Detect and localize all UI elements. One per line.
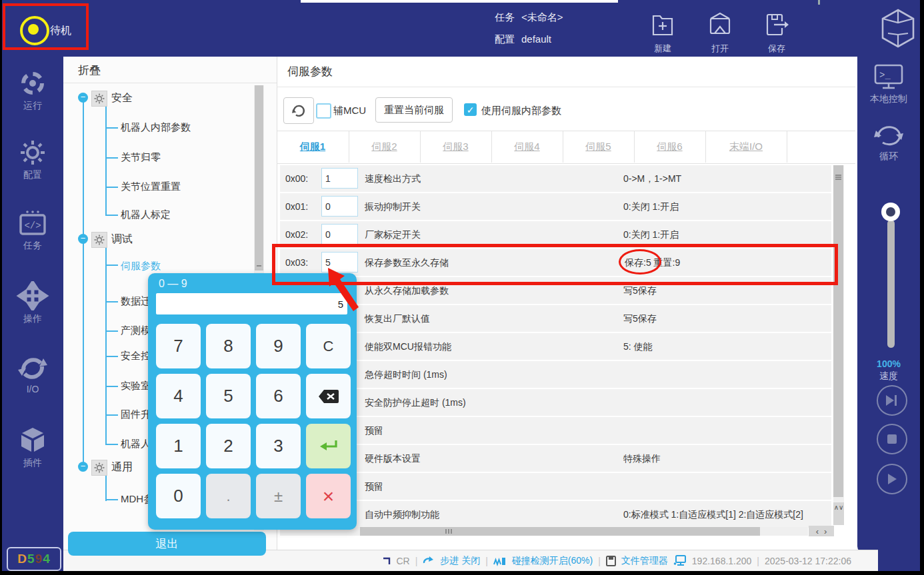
play-button[interactable] <box>877 464 907 494</box>
new-task-button[interactable]: 新建 <box>645 11 680 55</box>
table-row[interactable] <box>280 445 831 472</box>
param-input-0x00[interactable] <box>321 168 358 189</box>
tree-collapse-toggle[interactable]: − <box>78 234 88 244</box>
local-control-button[interactable]: >_ 本地控制 <box>857 64 920 105</box>
table-row[interactable] <box>280 193 831 220</box>
key-0[interactable]: 0 <box>156 474 201 518</box>
table-row[interactable] <box>280 473 831 500</box>
table-row[interactable] <box>280 221 831 248</box>
tree-collapse-toggle[interactable]: − <box>78 93 88 103</box>
loop-mode-button[interactable]: 循环 <box>857 121 920 163</box>
scroll-right-icon[interactable]: › <box>824 526 827 536</box>
key-plus-minus[interactable]: ± <box>256 474 301 518</box>
key-clear[interactable]: C <box>306 324 351 368</box>
h-scroll-arrows[interactable]: ‹› <box>809 526 834 536</box>
loop-icon <box>857 121 920 148</box>
code-window-icon: </> <box>2 209 63 237</box>
sidebar-item-io[interactable]: I/O <box>2 353 63 394</box>
table-row[interactable] <box>280 305 831 332</box>
skip-icon <box>885 394 899 407</box>
table-row[interactable] <box>280 333 831 360</box>
sidebar-item-operate[interactable]: 操作 <box>2 281 63 325</box>
key-9[interactable]: 9 <box>256 324 301 368</box>
v-scroll-arrows[interactable]: ∧∨ <box>833 502 844 525</box>
tree-item-lab[interactable]: 实验室 <box>121 380 151 392</box>
refresh-button[interactable] <box>283 97 314 124</box>
tree-collapse-toggle[interactable]: − <box>78 462 88 472</box>
exit-button[interactable]: 退出 <box>68 532 266 556</box>
tree-group-safety[interactable]: 安全 <box>111 91 133 105</box>
key-close[interactable]: × <box>306 474 351 518</box>
key-enter[interactable] <box>306 424 351 468</box>
task-label: 任务 <box>495 11 515 24</box>
tab-end-io[interactable]: 末端I/O <box>705 131 787 163</box>
separator: | <box>415 556 418 566</box>
tab-servo2[interactable]: 伺服2 <box>349 131 421 163</box>
key-7[interactable]: 7 <box>156 324 201 368</box>
scroll-up-icon[interactable]: ∧ <box>834 504 839 511</box>
page-title: 伺服参数 <box>287 64 333 79</box>
tree-group-general[interactable]: 通用 <box>111 460 133 474</box>
tree-tick <box>106 301 118 302</box>
key-5[interactable]: 5 <box>206 374 251 418</box>
keypad-input[interactable] <box>156 293 347 314</box>
use-internal-params-checkbox[interactable]: ✓ <box>464 103 477 116</box>
tab-servo6[interactable]: 伺服6 <box>634 131 706 163</box>
key-3[interactable]: 3 <box>256 424 301 468</box>
key-1[interactable]: 1 <box>156 424 201 468</box>
param-input-0x02[interactable] <box>321 224 358 245</box>
tab-servo3[interactable]: 伺服3 <box>420 131 492 163</box>
stop-button[interactable] <box>877 424 907 454</box>
table-row[interactable] <box>280 361 831 388</box>
cube-icon <box>2 425 63 454</box>
sidebar-operate-label: 操作 <box>2 313 63 325</box>
play-icon <box>886 472 898 486</box>
key-2[interactable]: 2 <box>206 424 251 468</box>
key-backspace[interactable] <box>306 374 351 418</box>
tree-item-servo-params[interactable]: 伺服参数 <box>121 260 161 273</box>
speed-slider-track[interactable] <box>887 220 895 348</box>
open-button[interactable]: 打开 <box>703 11 737 55</box>
step-mode-status[interactable]: 步进 关闭 <box>440 555 480 567</box>
table-row[interactable] <box>280 249 831 276</box>
sidebar-item-task[interactable]: </> 任务 <box>2 209 63 252</box>
table-row[interactable] <box>280 417 831 444</box>
key-8[interactable]: 8 <box>206 324 251 368</box>
collision-detect-status[interactable]: 碰撞检测开启(60%) <box>512 555 593 567</box>
sidebar-item-run[interactable]: 运行 <box>2 69 63 112</box>
tree-scrollbar-thumb[interactable] <box>255 85 263 271</box>
table-row[interactable] <box>280 389 831 416</box>
save-button[interactable]: 保存 <box>759 11 794 55</box>
sidebar-item-config[interactable]: 配置 <box>2 139 63 181</box>
key-4[interactable]: 4 <box>156 374 201 418</box>
tree-item-robot-internal-params[interactable]: 机器人内部参数 <box>121 121 191 134</box>
tab-servo1[interactable]: 伺服1 <box>277 131 349 163</box>
key-6[interactable]: 6 <box>256 374 301 418</box>
tab-servo4[interactable]: 伺服4 <box>491 131 563 163</box>
reset-servo-button[interactable]: 重置当前伺服 <box>375 97 453 123</box>
aux-mcu-checkbox[interactable] <box>316 103 331 119</box>
table-row[interactable] <box>280 277 831 304</box>
network-icon <box>673 555 687 566</box>
row-range: 5: 使能 <box>623 341 653 353</box>
datetime: 2025-03-12 17:22:06 <box>765 556 851 566</box>
param-input-0x03[interactable] <box>321 252 358 273</box>
tree-item-robot-calibration[interactable]: 机器人标定 <box>121 209 171 221</box>
separator: | <box>757 556 759 566</box>
table-row[interactable] <box>280 165 831 192</box>
scroll-down-icon[interactable]: ∨ <box>839 504 843 511</box>
tree-item-joint-position-reset[interactable]: 关节位置重置 <box>121 181 181 193</box>
step-forward-button[interactable] <box>877 385 907 416</box>
file-manager-link[interactable]: 文件管理器 <box>621 555 668 567</box>
scroll-left-icon[interactable]: ‹ <box>816 526 819 536</box>
param-input-0x01[interactable] <box>321 196 358 217</box>
h-scrollbar-thumb[interactable] <box>360 527 760 536</box>
key-decimal[interactable]: . <box>206 474 251 518</box>
tree-item-joint-zero[interactable]: 关节归零 <box>121 151 161 164</box>
sidebar-item-plugin[interactable]: 插件 <box>2 425 63 469</box>
tab-servo5[interactable]: 伺服5 <box>563 131 635 163</box>
window-notch <box>301 0 618 3</box>
tree-group-debug[interactable]: 调试 <box>111 233 133 247</box>
v-scrollbar-thumb[interactable] <box>833 165 843 497</box>
row-desc: 从永久存储加载参数 <box>365 285 449 297</box>
